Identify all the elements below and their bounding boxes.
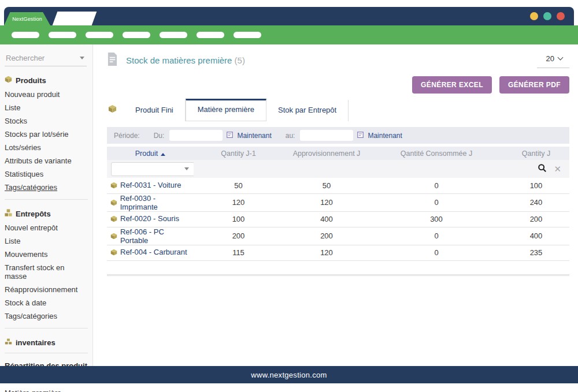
product-link[interactable]: Ref-006 - PC Portable [110, 227, 194, 245]
sidebar-item-nouveau-produit[interactable]: Nouveau produit [0, 88, 92, 100]
qty-j1-value: 120 [194, 193, 283, 211]
date-from-input[interactable] [169, 130, 223, 141]
qty-j1-value: 50 [194, 178, 283, 193]
brand-label: NextGestion [12, 16, 42, 22]
qty-j-value: 200 [503, 211, 569, 227]
footer-url: www.nextgestion.com [251, 371, 327, 379]
tab-stok-par-entrepot[interactable]: Stok par Entrepôt [266, 100, 349, 121]
appro-j-value: 50 [283, 178, 370, 193]
clear-filter-icon[interactable]: ✕ [554, 165, 561, 173]
qty-j-value: 100 [503, 178, 569, 193]
sidebar-item-stocks-lot-serie[interactable]: Stocks par lot/série [0, 128, 92, 140]
generate-excel-button[interactable]: GÉNÉRER EXCEL [412, 76, 492, 94]
search-placeholder: Rechercher [6, 54, 45, 62]
box-icon [5, 76, 12, 85]
nav-pill[interactable] [123, 32, 150, 38]
red-dot-icon [557, 12, 565, 20]
sidebar-section-inventaires[interactable]: inventaires [5, 338, 88, 347]
qty-j-value: 240 [503, 193, 569, 211]
page-title-text: Stock de matières première [126, 55, 232, 65]
qty-j-value: 400 [503, 227, 569, 245]
product-link[interactable]: Ref-004 - Carburant [110, 248, 187, 256]
table-filter-row: ✕ [107, 160, 569, 178]
column-header-qantite-consommee-j[interactable]: Qantité Consommée J [370, 147, 503, 160]
nav-pill[interactable] [12, 32, 39, 38]
sidebar-search-select[interactable]: Rechercher [5, 52, 87, 66]
table-row: Ref-004 - Carburant 115 120 0 235 [107, 245, 569, 260]
tab-bar: Produit Fini Matière première Stok par E… [107, 99, 569, 121]
section-title: Entrepôts [16, 210, 51, 218]
nav-pill[interactable] [234, 32, 261, 38]
sidebar-item-stock-a-date[interactable]: Stock à date [0, 297, 92, 309]
appro-j-value: 400 [283, 211, 370, 227]
search-icon[interactable] [538, 163, 547, 174]
product-name: Ref-0031 - Voiture [120, 181, 181, 189]
calendar-icon[interactable] [227, 132, 233, 140]
product-name: Ref-004 - Carburant [120, 248, 187, 256]
chevron-down-icon [184, 167, 189, 170]
sidebar-item-mouvements[interactable]: Mouvements [0, 248, 92, 260]
sidebar-item-matiere-premiere[interactable]: Matière première [0, 387, 92, 392]
calendar-icon[interactable] [357, 132, 364, 140]
app-window: NextGestion Rechercher Produits Nouveau … [0, 0, 578, 392]
stock-table: Produit Qantity J-1 Approvisionnement J … [107, 147, 569, 261]
sidebar-item-tags-categories-entrepots[interactable]: Tags/catégories [0, 310, 92, 322]
period-label: Période: [114, 132, 140, 140]
sidebar-item-attributs-variante[interactable]: Attributs de variante [0, 155, 92, 167]
box-icon [108, 104, 117, 115]
sidebar-item-liste-entrepots[interactable]: Liste [0, 235, 92, 247]
table-row: Ref-0031 - Voiture 50 50 0 100 [107, 178, 569, 193]
nav-pill[interactable] [197, 32, 224, 38]
sidebar-item-stocks[interactable]: Stocks [0, 115, 92, 127]
browser-tab-shape [53, 12, 97, 25]
period-filter-bar: Période: Du: Maintenant au: Maintenant [107, 127, 569, 144]
column-header-qantity-j1[interactable]: Qantity J-1 [194, 147, 283, 160]
date-to-input[interactable] [300, 130, 353, 141]
table-row: Ref-0030 - Imprimante 120 120 0 240 [107, 193, 569, 211]
table-row: Ref-0020 - Souris 100 400 300 200 [107, 211, 569, 227]
page-size-select[interactable]: 20 [537, 53, 569, 68]
warehouse-icon [5, 209, 12, 218]
tab-matiere-premiere[interactable]: Matière première [186, 99, 266, 121]
column-header-produit[interactable]: Produit [107, 147, 194, 160]
generate-pdf-button[interactable]: GÉNÉRER PDF [499, 76, 569, 94]
sort-asc-icon [161, 153, 165, 156]
nav-pill[interactable] [86, 32, 113, 38]
footer-bar: www.nextgestion.com [0, 366, 578, 383]
now-link-from[interactable]: Maintenant [237, 132, 271, 140]
product-link[interactable]: Ref-0030 - Imprimante [110, 194, 194, 211]
sidebar-section-entrepots[interactable]: Entrepôts [5, 209, 88, 218]
brand-tab: NextGestion [4, 12, 50, 25]
column-header-qantity-j[interactable]: Qantity J [503, 147, 569, 160]
nav-pill[interactable] [49, 32, 76, 38]
tab-produit-fini[interactable]: Produit Fini [124, 100, 186, 121]
product-name: Ref-0030 - Imprimante [120, 194, 194, 211]
main-navbar [0, 25, 578, 44]
sidebar-item-transfert-stock[interactable]: Transfert stock en masse [0, 262, 92, 282]
from-label: Du: [154, 132, 165, 140]
appro-j-value: 120 [283, 193, 370, 211]
sidebar-item-statistiques[interactable]: Statistiques [0, 168, 92, 180]
page-header: Stock de matières première (5) 20 [107, 53, 569, 68]
blocks-icon [5, 338, 12, 347]
page-size-value: 20 [546, 54, 554, 63]
document-icon [107, 53, 118, 68]
nav-pill[interactable] [160, 32, 187, 38]
consumed-j-value: 300 [370, 211, 503, 227]
sidebar-item-tags-categories-produits[interactable]: Tags/catégories [0, 181, 92, 193]
product-filter-select[interactable] [111, 162, 195, 176]
export-buttons: GÉNÉRER EXCEL GÉNÉRER PDF [107, 76, 569, 94]
table-header-row: Produit Qantity J-1 Approvisionnement J … [107, 147, 569, 160]
product-link[interactable]: Ref-0031 - Voiture [110, 181, 181, 189]
sidebar-divider [5, 328, 88, 328]
sidebar-item-lots-series[interactable]: Lots/séries [0, 141, 92, 154]
record-count: (5) [235, 55, 245, 65]
sidebar-item-reapprovisionnement[interactable]: Réapprovisionnement [0, 283, 92, 296]
sidebar-item-liste-produits[interactable]: Liste [0, 102, 92, 114]
sidebar-section-produits[interactable]: Produits [5, 76, 88, 85]
sidebar-item-nouvel-entrepot[interactable]: Nouvel entrepôt [0, 222, 92, 234]
column-header-approvisionnement-j[interactable]: Approvisionnement J [283, 147, 370, 160]
now-link-to[interactable]: Maintenant [368, 132, 402, 140]
sidebar-divider [5, 353, 88, 353]
product-link[interactable]: Ref-0020 - Souris [110, 214, 179, 223]
